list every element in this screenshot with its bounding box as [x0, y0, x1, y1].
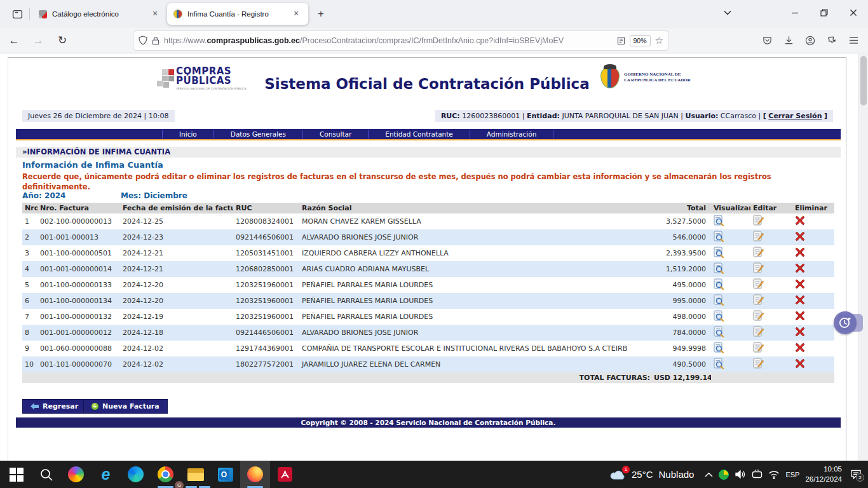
chrome-button[interactable]: G — [151, 461, 180, 488]
antivirus-shield-icon[interactable] — [719, 470, 729, 480]
tray-overflow-chevron-icon[interactable] — [705, 472, 713, 477]
restore-button[interactable] — [810, 0, 839, 25]
nav-administracion[interactable]: Administración — [470, 130, 554, 139]
floating-timer-extension[interactable] — [834, 311, 863, 334]
eliminar-icon[interactable] — [795, 263, 805, 275]
plus-icon: + — [92, 403, 98, 410]
editar-icon[interactable] — [753, 310, 764, 323]
close-window-button[interactable] — [839, 0, 868, 25]
nav-datos-generales[interactable]: Datos Generales — [214, 130, 303, 139]
logout-link[interactable]: Cerrar Sesión — [768, 112, 822, 120]
minimize-button[interactable] — [780, 0, 810, 25]
tray-date: 26/12/2024 — [805, 475, 842, 485]
editar-icon[interactable] — [753, 215, 764, 228]
weather-condition-text[interactable]: Nublado — [659, 469, 695, 480]
editar-icon[interactable] — [753, 294, 764, 308]
start-button[interactable] — [1, 461, 31, 488]
file-explorer-button[interactable] — [180, 461, 210, 488]
cell-fecha: 2024-12-25 — [120, 214, 233, 229]
editar-icon[interactable] — [753, 358, 764, 371]
internet-explorer-button[interactable]: e — [91, 461, 121, 488]
visualizar-icon[interactable] — [714, 358, 724, 371]
browser-toolbar: ← → ↻ https://www.compraspublicas.gob.ec… — [0, 28, 868, 53]
visualizar-icon[interactable] — [714, 215, 724, 228]
wifi-icon[interactable] — [768, 470, 780, 479]
pocket-icon[interactable] — [757, 31, 776, 50]
reload-icon[interactable]: ↻ — [52, 31, 72, 50]
zoom-level-pill[interactable]: 90% — [630, 35, 651, 46]
cell-factura: 001-001-000000012 — [37, 325, 120, 341]
visualizar-icon[interactable] — [714, 326, 724, 339]
lock-icon[interactable] — [152, 36, 159, 45]
scrollbar-thumb[interactable] — [860, 56, 867, 105]
visualizar-icon[interactable] — [714, 342, 724, 355]
notification-center-button[interactable]: 2 — [850, 469, 862, 480]
nueva-factura-button[interactable]: + Nueva Factura — [83, 399, 168, 414]
clock[interactable]: 10:05 26/12/2024 — [805, 464, 842, 484]
eliminar-icon[interactable] — [795, 279, 805, 291]
eliminar-icon[interactable] — [795, 231, 805, 243]
nav-consultar[interactable]: Consultar — [303, 130, 369, 139]
editar-icon[interactable] — [753, 231, 764, 244]
downloads-icon[interactable] — [779, 31, 798, 50]
eliminar-icon[interactable] — [795, 311, 805, 323]
cell-ruc: 1205031451001 — [233, 245, 299, 261]
visualizar-icon[interactable] — [714, 231, 724, 244]
acrobat-button[interactable] — [270, 461, 300, 488]
editar-icon[interactable] — [753, 326, 764, 339]
volume-icon[interactable] — [735, 470, 746, 479]
cell-nro: 4 — [22, 261, 37, 277]
new-tab-button[interactable]: + — [312, 5, 330, 23]
edge-button[interactable] — [121, 461, 151, 488]
col-eliminar: Eliminar — [792, 203, 834, 214]
eliminar-icon[interactable] — [795, 247, 805, 259]
editar-icon[interactable] — [753, 278, 764, 292]
vertical-scrollbar[interactable] — [858, 54, 868, 461]
extensions-puzzle-icon[interactable] — [822, 31, 841, 50]
search-button[interactable] — [31, 461, 61, 488]
eliminar-icon[interactable] — [795, 358, 805, 370]
account-icon[interactable] — [801, 31, 820, 50]
temperature-text[interactable]: 25°C — [632, 469, 653, 480]
table-row: 6 001-100-000000134 2024-12-20 120325196… — [22, 293, 834, 309]
cell-factura: 002-100-000000013 — [37, 214, 120, 229]
page-viewport: COMPRAS PÚBLICAS SERVICIO NACIONAL DE CO… — [0, 54, 868, 461]
language-indicator[interactable]: ESP — [785, 471, 799, 478]
visualizar-icon[interactable] — [714, 262, 724, 276]
visualizar-icon[interactable] — [714, 294, 724, 308]
list-tabs-chevron-icon[interactable] — [713, 0, 742, 25]
editar-icon[interactable] — [753, 342, 764, 355]
editar-icon[interactable] — [753, 247, 764, 260]
regresar-button[interactable]: Regresar — [22, 399, 86, 414]
visualizar-icon[interactable] — [714, 310, 724, 323]
tab-catalogo[interactable]: Catálogo electrónico × — [32, 3, 167, 25]
weather-button[interactable]: 1 — [609, 469, 626, 480]
back-icon[interactable]: ← — [4, 31, 24, 50]
eliminar-icon[interactable] — [795, 327, 805, 339]
toolbar-right-icons — [757, 31, 863, 50]
visualizar-icon[interactable] — [714, 247, 724, 260]
url-bar[interactable]: https://www.compraspublicas.gob.ec/Proce… — [133, 31, 668, 50]
nav-entidad-contratante[interactable]: Entidad Contratante — [369, 130, 470, 139]
eliminar-icon[interactable] — [795, 295, 805, 307]
reader-view-icon[interactable] — [617, 36, 625, 45]
timer-clock-icon[interactable] — [834, 311, 857, 334]
firefox-button[interactable] — [240, 461, 270, 488]
visualizar-icon[interactable] — [714, 278, 724, 292]
eliminar-icon[interactable] — [795, 215, 805, 227]
col-total: Total — [653, 203, 711, 214]
close-tab-icon[interactable]: × — [149, 8, 161, 20]
outlook-button[interactable]: O — [210, 461, 240, 488]
menu-hamburger-icon[interactable] — [844, 31, 863, 50]
tracking-shield-icon[interactable] — [139, 36, 147, 45]
firefox-view-icon[interactable] — [8, 5, 27, 23]
cast-display-icon[interactable] — [752, 470, 763, 479]
bookmark-star-icon[interactable]: ☆ — [655, 35, 663, 46]
cell-fecha: 2024-12-23 — [120, 229, 233, 245]
close-tab-icon[interactable]: × — [290, 8, 302, 20]
editar-icon[interactable] — [753, 262, 764, 276]
copilot-button[interactable] — [61, 461, 91, 488]
nav-inicio[interactable]: Inicio — [162, 130, 214, 139]
tab-infima-cuantia[interactable]: Infima Cuantía - Registro × — [167, 3, 308, 25]
eliminar-icon[interactable] — [795, 342, 805, 355]
